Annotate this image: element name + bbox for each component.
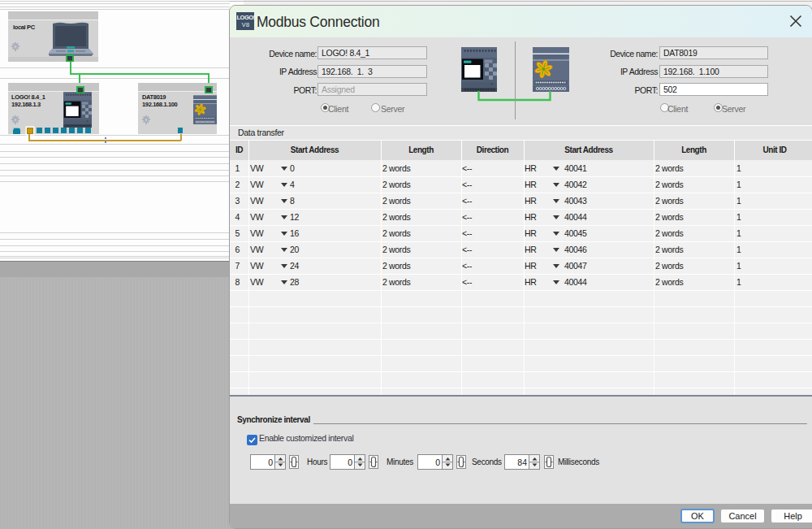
svg-text:V8: V8 — [242, 21, 250, 28]
